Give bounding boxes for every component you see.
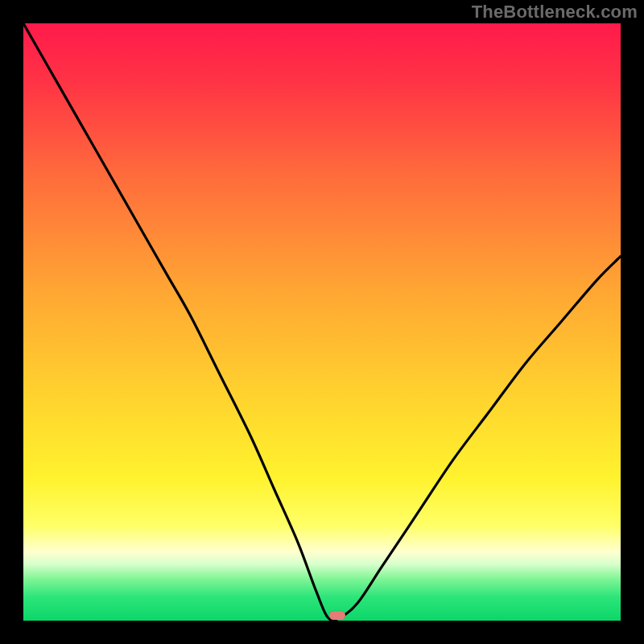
chart-background: [23, 23, 621, 621]
plot-area: [23, 23, 621, 621]
watermark-text: TheBottleneck.com: [472, 2, 638, 23]
minimum-marker: [329, 611, 345, 620]
chart-frame: TheBottleneck.com: [0, 0, 644, 644]
chart-svg: [23, 23, 621, 621]
